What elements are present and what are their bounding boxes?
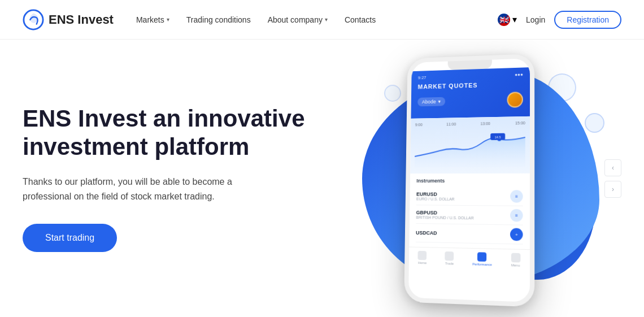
instruments-title: Instruments — [416, 177, 523, 183]
lang-chevron: ▾ — [512, 14, 517, 25]
login-button[interactable]: Login — [526, 15, 545, 24]
instrument-eurusd-icon-symbol: ≡ — [515, 193, 518, 198]
trade-tab-label: Trade — [445, 262, 454, 265]
instrument-usdcad-name: USDCAD — [416, 229, 437, 236]
phone-dropdown-chevron: ▾ — [438, 98, 441, 104]
instrument-eurusd-info: EURUSD EURO / U.S. DOLLAR — [416, 191, 455, 201]
chart-label-2: 11:00 — [446, 122, 456, 126]
nav-links: Markets ▾ Trading conditions About compa… — [136, 15, 498, 24]
phone-dropdown[interactable]: Abode ▾ — [417, 97, 445, 106]
instrument-usdcad-icon[interactable]: + — [510, 228, 523, 241]
phone-body: Instruments EURUSD EURO / U.S. DOLLAR ≡ … — [409, 173, 530, 249]
instrument-usdcad: USDCAD + — [416, 223, 523, 244]
logo-icon — [23, 9, 44, 31]
logo-text: ENS Invest — [49, 12, 114, 27]
chart-label-4: 15:00 — [515, 121, 525, 125]
deco-circle-2 — [585, 113, 604, 133]
phone-notch — [448, 59, 492, 70]
hero-section: ENS Invest an innovative investment plat… — [0, 40, 644, 317]
phone-status-bar: 9:27 ●●● — [418, 72, 523, 80]
deco-circle-4 — [384, 85, 401, 102]
instrument-usdcad-info: USDCAD — [416, 229, 437, 236]
phone-dropdown-label: Abode — [422, 99, 436, 105]
phone-chart-area: 9:00 11:00 13:00 15:00 — [410, 116, 530, 173]
language-selector[interactable]: 🇬🇧 ▾ — [498, 14, 517, 26]
chart-label-1: 9:00 — [415, 123, 423, 127]
performance-tab-icon — [477, 252, 486, 262]
nav-contacts[interactable]: Contacts — [345, 15, 376, 24]
home-tab-label: Home — [418, 260, 427, 264]
about-chevron: ▾ — [325, 16, 328, 23]
phone-header-row: Abode ▾ — [417, 92, 523, 110]
instrument-eurusd-name: EURUSD — [416, 191, 455, 197]
next-arrow-button[interactable]: › — [604, 181, 621, 198]
phone-header: 9:27 ●●● MARKET QUOTES Abode ▾ — [411, 67, 530, 119]
instrument-gbpusd: GBPUSD BRITISH POUND / U.S. DOLLAR ≡ — [416, 205, 523, 225]
instrument-eurusd: EURUSD EURO / U.S. DOLLAR ≡ — [416, 186, 523, 206]
nav-arrows: ‹ › — [604, 159, 621, 198]
flag-icon: 🇬🇧 — [498, 14, 510, 26]
chart-svg: 14.5 — [415, 127, 525, 167]
bottom-tab-menu[interactable]: Menu — [511, 253, 520, 267]
svg-text:14.5: 14.5 — [495, 135, 501, 138]
bottom-tab-home[interactable]: Home — [418, 250, 427, 264]
instrument-gbpusd-name: GBPUSD — [416, 209, 474, 215]
hero-text: ENS Invest an innovative investment plat… — [23, 105, 316, 253]
instrument-eurusd-icon[interactable]: ≡ — [510, 190, 523, 203]
nav-right: 🇬🇧 ▾ Login Registration — [498, 11, 621, 29]
start-trading-button[interactable]: Start trading — [23, 224, 117, 252]
nav-about[interactable]: About company ▾ — [268, 15, 328, 24]
phone-time: 9:27 — [418, 75, 427, 80]
nav-markets[interactable]: Markets ▾ — [136, 15, 169, 24]
prev-arrow-button[interactable]: ‹ — [604, 159, 621, 176]
nav-trading-conditions[interactable]: Trading conditions — [186, 15, 251, 24]
logo[interactable]: ENS Invest — [23, 9, 114, 31]
phone-signal: ●●● — [515, 72, 523, 77]
instrument-gbpusd-sub: BRITISH POUND / U.S. DOLLAR — [416, 215, 474, 219]
hero-visual: 9:27 ●●● MARKET QUOTES Abode ▾ 9:00 11:0… — [316, 40, 621, 317]
bottom-tab-performance[interactable]: Performance — [472, 252, 492, 266]
phone-market-quotes-title: MARKET QUOTES — [418, 80, 523, 90]
phone-avatar — [507, 92, 523, 108]
register-button[interactable]: Registration — [554, 11, 621, 29]
bottom-tab-trade[interactable]: Trade — [445, 251, 454, 265]
menu-tab-label: Menu — [511, 263, 520, 267]
instrument-usdcad-icon-symbol: + — [515, 232, 518, 237]
instrument-eurusd-sub: EURO / U.S. DOLLAR — [416, 196, 455, 200]
markets-chevron: ▾ — [167, 16, 169, 23]
chart-label-3: 13:00 — [480, 121, 490, 125]
home-tab-icon — [418, 250, 427, 259]
instrument-gbpusd-icon[interactable]: ≡ — [510, 209, 523, 222]
instrument-gbpusd-info: GBPUSD BRITISH POUND / U.S. DOLLAR — [416, 209, 474, 219]
trade-tab-icon — [445, 251, 454, 260]
phone-bottom-bar: Home Trade Performance Menu — [409, 246, 530, 270]
performance-tab-label: Performance — [472, 262, 492, 266]
instrument-gbpusd-icon-symbol: ≡ — [515, 212, 518, 218]
phone-mockup: 9:27 ●●● MARKET QUOTES Abode ▾ 9:00 11:0… — [404, 54, 534, 307]
hero-description: Thanks to our platform, you will be able… — [23, 175, 277, 203]
chart-labels: 9:00 11:00 13:00 15:00 — [415, 121, 525, 127]
hero-title: ENS Invest an innovative investment plat… — [23, 105, 316, 162]
menu-tab-icon — [511, 253, 520, 262]
navbar: ENS Invest Markets ▾ Trading conditions … — [0, 0, 644, 40]
